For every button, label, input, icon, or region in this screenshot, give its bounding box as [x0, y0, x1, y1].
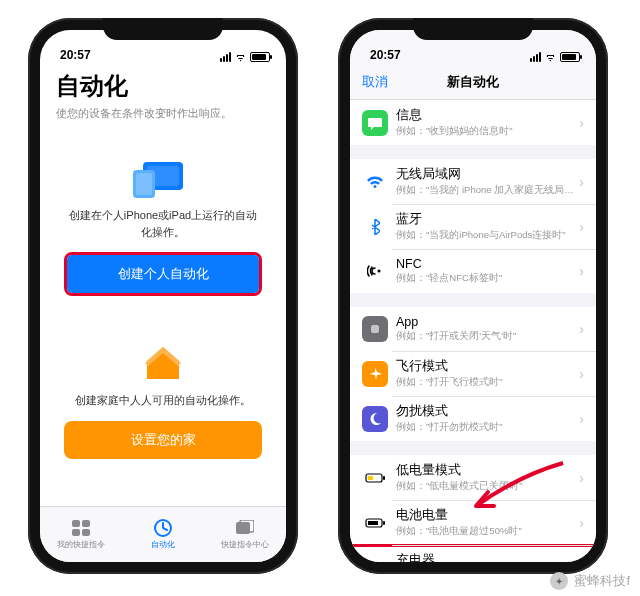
svg-rect-3 [136, 173, 152, 195]
trigger-row-nfc[interactable]: NFC例如："轻点NFC标签时"› [350, 249, 596, 293]
trigger-group: 信息例如："收到妈妈的信息时"› [350, 100, 596, 145]
nfc-icon [362, 258, 388, 284]
chevron-right-icon: › [579, 366, 584, 382]
battery-icon [560, 52, 580, 62]
wifi-icon [544, 53, 557, 62]
row-title: 低电量模式 [396, 462, 575, 479]
nav-bar: 取消 新自动化 [350, 64, 596, 100]
bluetooth-icon [362, 214, 388, 240]
chevron-right-icon: › [579, 560, 584, 563]
chevron-right-icon: › [579, 515, 584, 531]
row-subtitle: 例如："打开勿扰模式时" [396, 421, 575, 434]
chevron-right-icon: › [579, 263, 584, 279]
chevron-right-icon: › [579, 411, 584, 427]
signal-icon [220, 52, 231, 62]
lowpower-icon [362, 465, 388, 491]
shortcuts-icon [71, 519, 91, 537]
page-subtitle: 使您的设备在条件改变时作出响应。 [56, 106, 270, 121]
phone-right: 20:57 取消 新自动化 信息例如："收到妈妈的信息时"›无线局域网例如："当… [338, 18, 608, 574]
row-subtitle: 例如："当我的iPhone与AirPods连接时" [396, 229, 575, 242]
trigger-row-bluetooth[interactable]: 蓝牙例如："当我的iPhone与AirPods连接时"› [350, 204, 596, 249]
svg-rect-16 [368, 476, 373, 480]
row-title: 充电器 [396, 552, 575, 562]
page-title: 自动化 [56, 70, 270, 102]
row-subtitle: 例如："电池电量超过50%时" [396, 525, 575, 538]
create-personal-automation-button[interactable]: 创建个人自动化 [67, 255, 259, 293]
trigger-row-wifi[interactable]: 无线局域网例如："当我的 iPhone 加入家庭无线局域网时"› [350, 159, 596, 204]
gallery-icon [235, 519, 255, 537]
app-icon [362, 316, 388, 342]
trigger-list[interactable]: 信息例如："收到妈妈的信息时"›无线局域网例如："当我的 iPhone 加入家庭… [350, 100, 596, 562]
row-body: 电池电量例如："电池电量超过50%时" [396, 507, 575, 538]
row-subtitle: 例如："收到妈妈的信息时" [396, 125, 575, 138]
trigger-row-lowpower[interactable]: 低电量模式例如："低电量模式已关闭时"› [350, 455, 596, 500]
trigger-row-message[interactable]: 信息例如："收到妈妈的信息时"› [350, 100, 596, 145]
row-title: App [396, 315, 575, 329]
svg-rect-13 [371, 325, 379, 333]
row-title: 无线局域网 [396, 166, 575, 183]
chevron-right-icon: › [579, 219, 584, 235]
row-body: App例如："打开或关闭'天气'时" [396, 315, 575, 343]
trigger-group: 无线局域网例如："当我的 iPhone 加入家庭无线局域网时"›蓝牙例如："当我… [350, 159, 596, 293]
wechat-icon: ✦ [550, 572, 568, 590]
charger-icon [362, 555, 388, 563]
tab-label: 快捷指令中心 [221, 539, 269, 550]
row-subtitle: 例如："打开或关闭'天气'时" [396, 330, 575, 343]
trigger-row-charger[interactable]: 充电器例如："iPhone接入电源时"› [350, 545, 596, 562]
tab-automation[interactable]: 自动化 [122, 507, 204, 562]
page-header: 自动化 使您的设备在条件改变时作出响应。 [40, 64, 286, 125]
row-body: 信息例如："收到妈妈的信息时" [396, 107, 575, 138]
nav-title: 新自动化 [447, 73, 499, 91]
trigger-row-battery[interactable]: 电池电量例如："电池电量超过50%时"› [350, 500, 596, 545]
trigger-row-dnd[interactable]: 勿扰模式例如："打开勿扰模式时"› [350, 396, 596, 441]
home-automation-card: 创建家庭中人人可用的自动化操作。 设置您的家 [52, 326, 274, 473]
chevron-right-icon: › [579, 174, 584, 190]
status-time: 20:57 [60, 48, 91, 62]
svg-rect-7 [82, 529, 90, 536]
status-time: 20:57 [370, 48, 401, 62]
setup-home-button[interactable]: 设置您的家 [64, 421, 262, 459]
row-subtitle: 例如："当我的 iPhone 加入家庭无线局域网时" [396, 184, 575, 197]
row-title: NFC [396, 257, 575, 271]
trigger-group: App例如："打开或关闭'天气'时"›飞行模式例如："打开飞行模式时"›勿扰模式… [350, 307, 596, 441]
screen-left: 20:57 自动化 使您的设备在条件改变时作出响应。 [40, 30, 286, 562]
watermark: ✦ 蜜蜂科技f [550, 572, 630, 590]
tab-label: 我的快捷指令 [57, 539, 105, 550]
row-body: 飞行模式例如："打开飞行模式时" [396, 358, 575, 389]
row-title: 信息 [396, 107, 575, 124]
notch [103, 18, 223, 40]
phone-left: 20:57 自动化 使您的设备在条件改变时作出响应。 [28, 18, 298, 574]
airplane-icon [362, 361, 388, 387]
notch [413, 18, 533, 40]
trigger-row-airplane[interactable]: 飞行模式例如："打开飞行模式时"› [350, 351, 596, 396]
automation-icon [153, 519, 173, 537]
trigger-group: 低电量模式例如："低电量模式已关闭时"›电池电量例如："电池电量超过50%时"›… [350, 455, 596, 562]
svg-rect-18 [383, 521, 385, 525]
signal-icon [530, 52, 541, 62]
row-title: 电池电量 [396, 507, 575, 524]
chevron-right-icon: › [579, 115, 584, 131]
trigger-row-app[interactable]: App例如："打开或关闭'天气'时"› [350, 307, 596, 351]
row-title: 飞行模式 [396, 358, 575, 375]
svg-rect-6 [72, 529, 80, 536]
row-title: 勿扰模式 [396, 403, 575, 420]
status-icons [220, 52, 270, 62]
screen-right: 20:57 取消 新自动化 信息例如："收到妈妈的信息时"›无线局域网例如："当… [350, 30, 596, 562]
svg-rect-15 [383, 476, 385, 480]
row-subtitle: 例如："打开飞行模式时" [396, 376, 575, 389]
dnd-icon [362, 406, 388, 432]
svg-rect-5 [82, 520, 90, 527]
cancel-button[interactable]: 取消 [362, 73, 388, 91]
chevron-right-icon: › [579, 470, 584, 486]
home-icon [64, 340, 262, 386]
watermark-text: 蜜蜂科技f [574, 572, 630, 590]
row-body: NFC例如："轻点NFC标签时" [396, 257, 575, 285]
svg-rect-19 [368, 521, 378, 525]
tab-my-shortcuts[interactable]: 我的快捷指令 [40, 507, 122, 562]
message-icon [362, 110, 388, 136]
tab-gallery[interactable]: 快捷指令中心 [204, 507, 286, 562]
devices-icon [64, 155, 262, 201]
row-body: 无线局域网例如："当我的 iPhone 加入家庭无线局域网时" [396, 166, 575, 197]
battery-icon [362, 510, 388, 536]
highlight-personal-button: 创建个人自动化 [64, 252, 262, 296]
